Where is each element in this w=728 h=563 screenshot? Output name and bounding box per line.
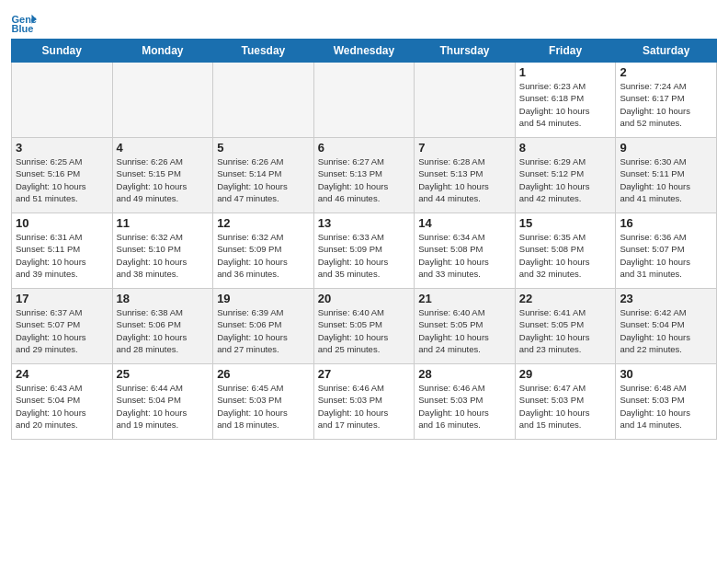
day-info: Sunrise: 6:27 AMSunset: 5:13 PMDaylight:…	[318, 155, 411, 204]
day-info: Sunrise: 6:30 AMSunset: 5:11 PMDaylight:…	[620, 155, 712, 204]
day-info: Sunrise: 6:42 AMSunset: 5:04 PMDaylight:…	[620, 306, 712, 355]
day-cell: 23Sunrise: 6:42 AMSunset: 5:04 PMDayligh…	[616, 289, 717, 364]
day-number: 4	[117, 141, 210, 155]
week-row-5: 24Sunrise: 6:43 AMSunset: 5:04 PMDayligh…	[12, 364, 717, 440]
day-info: Sunrise: 6:33 AMSunset: 5:09 PMDaylight:…	[318, 231, 411, 280]
day-number: 12	[217, 216, 310, 230]
logo: General Blue	[11, 13, 40, 33]
day-info: Sunrise: 6:47 AMSunset: 5:03 PMDaylight:…	[519, 382, 612, 431]
day-header-tuesday: Tuesday	[213, 40, 314, 63]
day-cell: 18Sunrise: 6:38 AMSunset: 5:06 PMDayligh…	[112, 289, 213, 364]
day-cell: 9Sunrise: 6:30 AMSunset: 5:11 PMDaylight…	[616, 138, 717, 213]
day-info: Sunrise: 6:41 AMSunset: 5:05 PMDaylight:…	[519, 306, 612, 355]
day-cell: 6Sunrise: 6:27 AMSunset: 5:13 PMDaylight…	[313, 138, 415, 213]
day-header-sunday: Sunday	[12, 40, 113, 63]
day-header-friday: Friday	[515, 40, 616, 63]
day-info: Sunrise: 6:23 AMSunset: 6:18 PMDaylight:…	[519, 80, 612, 129]
day-header-thursday: Thursday	[415, 40, 516, 63]
day-info: Sunrise: 6:26 AMSunset: 5:14 PMDaylight:…	[217, 155, 310, 204]
day-cell: 26Sunrise: 6:45 AMSunset: 5:03 PMDayligh…	[213, 364, 314, 440]
day-number: 2	[620, 65, 712, 79]
day-cell: 10Sunrise: 6:31 AMSunset: 5:11 PMDayligh…	[12, 213, 113, 289]
day-info: Sunrise: 6:35 AMSunset: 5:08 PMDaylight:…	[519, 231, 612, 280]
day-number: 7	[418, 141, 511, 155]
day-number: 27	[318, 367, 411, 381]
calendar-table: SundayMondayTuesdayWednesdayThursdayFrid…	[11, 39, 717, 440]
day-cell: 27Sunrise: 6:46 AMSunset: 5:03 PMDayligh…	[313, 364, 415, 440]
day-number: 17	[16, 292, 108, 305]
svg-text:Blue: Blue	[11, 23, 33, 33]
day-info: Sunrise: 6:48 AMSunset: 5:03 PMDaylight:…	[620, 382, 712, 431]
day-cell: 7Sunrise: 6:28 AMSunset: 5:13 PMDaylight…	[415, 138, 516, 213]
day-info: Sunrise: 6:32 AMSunset: 5:10 PMDaylight:…	[117, 231, 210, 280]
day-info: Sunrise: 6:37 AMSunset: 5:07 PMDaylight:…	[16, 306, 108, 355]
week-row-4: 17Sunrise: 6:37 AMSunset: 5:07 PMDayligh…	[12, 289, 717, 364]
day-cell: 22Sunrise: 6:41 AMSunset: 5:05 PMDayligh…	[515, 289, 616, 364]
week-row-2: 3Sunrise: 6:25 AMSunset: 5:16 PMDaylight…	[12, 138, 717, 213]
week-row-3: 10Sunrise: 6:31 AMSunset: 5:11 PMDayligh…	[12, 213, 717, 289]
day-info: Sunrise: 6:38 AMSunset: 5:06 PMDaylight:…	[117, 306, 210, 355]
day-cell: 8Sunrise: 6:29 AMSunset: 5:12 PMDaylight…	[515, 138, 616, 213]
day-number: 20	[318, 292, 411, 305]
day-cell: 11Sunrise: 6:32 AMSunset: 5:10 PMDayligh…	[112, 213, 213, 289]
day-number: 29	[519, 367, 612, 381]
day-number: 21	[418, 292, 511, 305]
week-row-1: 1Sunrise: 6:23 AMSunset: 6:18 PMDaylight…	[12, 63, 717, 138]
day-number: 22	[519, 292, 612, 305]
day-number: 18	[117, 292, 210, 305]
day-info: Sunrise: 6:43 AMSunset: 5:04 PMDaylight:…	[16, 382, 108, 431]
day-info: Sunrise: 7:24 AMSunset: 6:17 PMDaylight:…	[620, 80, 712, 129]
day-cell: 2Sunrise: 7:24 AMSunset: 6:17 PMDaylight…	[616, 63, 717, 138]
day-cell: 28Sunrise: 6:46 AMSunset: 5:03 PMDayligh…	[415, 364, 516, 440]
day-number: 13	[318, 216, 411, 230]
day-header-saturday: Saturday	[616, 40, 717, 63]
day-number: 6	[318, 141, 411, 155]
day-info: Sunrise: 6:29 AMSunset: 5:12 PMDaylight:…	[519, 155, 612, 204]
day-cell: 21Sunrise: 6:40 AMSunset: 5:05 PMDayligh…	[415, 289, 516, 364]
day-info: Sunrise: 6:32 AMSunset: 5:09 PMDaylight:…	[217, 231, 310, 280]
day-cell: 14Sunrise: 6:34 AMSunset: 5:08 PMDayligh…	[415, 213, 516, 289]
day-info: Sunrise: 6:39 AMSunset: 5:06 PMDaylight:…	[217, 306, 310, 355]
day-cell: 3Sunrise: 6:25 AMSunset: 5:16 PMDaylight…	[12, 138, 113, 213]
day-cell: 13Sunrise: 6:33 AMSunset: 5:09 PMDayligh…	[313, 213, 415, 289]
day-number: 10	[16, 216, 108, 230]
day-cell	[415, 63, 516, 138]
day-number: 3	[16, 141, 108, 155]
day-info: Sunrise: 6:40 AMSunset: 5:05 PMDaylight:…	[318, 306, 411, 355]
day-info: Sunrise: 6:36 AMSunset: 5:07 PMDaylight:…	[620, 231, 712, 280]
day-number: 16	[620, 216, 712, 230]
day-cell	[112, 63, 213, 138]
day-cell: 16Sunrise: 6:36 AMSunset: 5:07 PMDayligh…	[616, 213, 717, 289]
calendar-container: General Blue SundayMondayTuesdayWednesda…	[0, 0, 728, 447]
day-cell: 29Sunrise: 6:47 AMSunset: 5:03 PMDayligh…	[515, 364, 616, 440]
day-number: 26	[217, 367, 310, 381]
day-header-monday: Monday	[112, 40, 213, 63]
day-info: Sunrise: 6:25 AMSunset: 5:16 PMDaylight:…	[16, 155, 108, 204]
logo-icon: General Blue	[11, 13, 37, 33]
day-number: 5	[217, 141, 310, 155]
day-number: 11	[117, 216, 210, 230]
day-number: 23	[620, 292, 712, 305]
day-cell	[313, 63, 415, 138]
day-cell: 12Sunrise: 6:32 AMSunset: 5:09 PMDayligh…	[213, 213, 314, 289]
day-cell: 15Sunrise: 6:35 AMSunset: 5:08 PMDayligh…	[515, 213, 616, 289]
day-info: Sunrise: 6:44 AMSunset: 5:04 PMDaylight:…	[117, 382, 210, 431]
day-number: 15	[519, 216, 612, 230]
day-number: 14	[418, 216, 511, 230]
day-info: Sunrise: 6:34 AMSunset: 5:08 PMDaylight:…	[418, 231, 511, 280]
day-number: 19	[217, 292, 310, 305]
day-cell	[213, 63, 314, 138]
day-number: 28	[418, 367, 511, 381]
day-info: Sunrise: 6:28 AMSunset: 5:13 PMDaylight:…	[418, 155, 511, 204]
day-info: Sunrise: 6:45 AMSunset: 5:03 PMDaylight:…	[217, 382, 310, 431]
day-number: 24	[16, 367, 108, 381]
header-row: SundayMondayTuesdayWednesdayThursdayFrid…	[12, 40, 717, 63]
day-cell: 17Sunrise: 6:37 AMSunset: 5:07 PMDayligh…	[12, 289, 113, 364]
header: General Blue	[11, 9, 717, 33]
day-number: 9	[620, 141, 712, 155]
day-info: Sunrise: 6:26 AMSunset: 5:15 PMDaylight:…	[117, 155, 210, 204]
day-cell: 1Sunrise: 6:23 AMSunset: 6:18 PMDaylight…	[515, 63, 616, 138]
day-info: Sunrise: 6:31 AMSunset: 5:11 PMDaylight:…	[16, 231, 108, 280]
day-info: Sunrise: 6:40 AMSunset: 5:05 PMDaylight:…	[418, 306, 511, 355]
day-number: 8	[519, 141, 612, 155]
